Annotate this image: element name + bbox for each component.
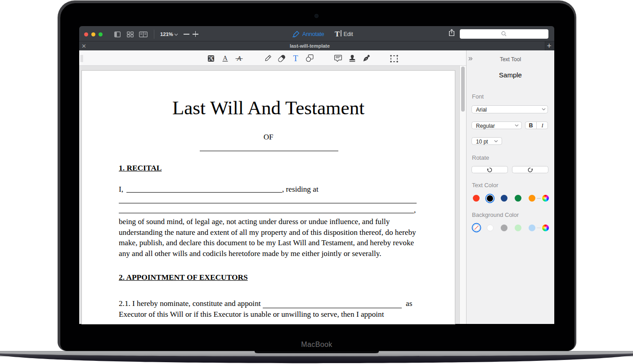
svg-text:A: A bbox=[209, 55, 213, 62]
svg-text:A: A bbox=[237, 55, 242, 62]
svg-text:A: A bbox=[223, 55, 228, 62]
